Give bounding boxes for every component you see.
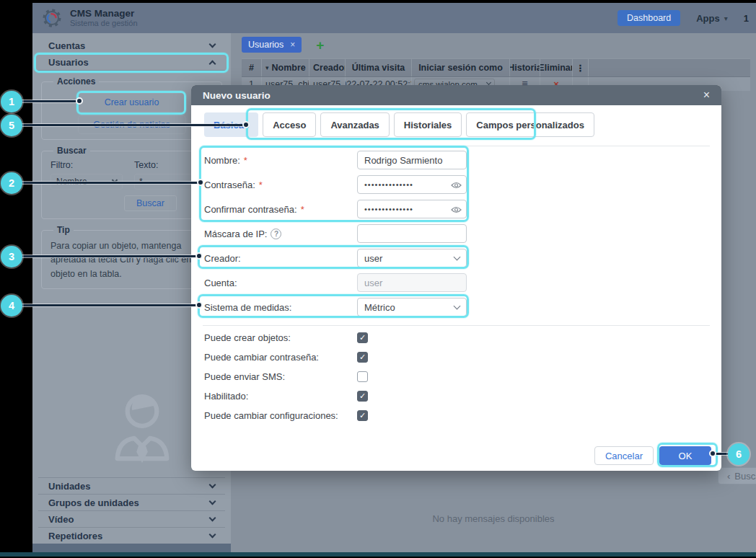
tab-campos-personalizados[interactable]: Campos personalizados	[466, 112, 594, 137]
column-filler	[589, 59, 750, 76]
column-options[interactable]: ⋮	[573, 59, 589, 76]
close-icon[interactable]: ×	[703, 89, 710, 101]
dashboard-button[interactable]: Dashboard	[617, 10, 680, 26]
sidebar-item-repetidores[interactable]: Repetidores	[38, 527, 225, 544]
chevron-down-icon	[209, 531, 216, 538]
chevron-down-icon	[209, 514, 216, 521]
step-badge-5: 5	[1, 115, 22, 136]
ok-button[interactable]: OK	[659, 446, 711, 465]
callout-dot-6	[709, 450, 716, 457]
usuarios-label: Usuarios	[48, 57, 89, 68]
tab-avanzadas[interactable]: Avanzadas	[320, 112, 389, 137]
dialog-header: Nuevo usuario ×	[191, 85, 721, 105]
unidades-label: Unidades	[48, 481, 91, 492]
callout-dot-4	[195, 301, 203, 309]
tab-strip: Usuarios × +	[242, 37, 324, 53]
nombre-field[interactable]	[357, 151, 467, 169]
checkbox-row-cambiar-contrasena: Puede cambiar contraseña: ✓	[204, 350, 708, 364]
buscar-toggle-label: Buscar	[734, 471, 756, 482]
column-ultima-visita[interactable]: Última visita	[346, 59, 412, 76]
dialog-body: Básicas Acceso Avanzadas Historiales Cam…	[191, 105, 721, 471]
field-row-sistema: Sistema de medidas: Métrico	[204, 298, 708, 316]
sidebar-item-cuentas[interactable]: Cuentas	[38, 37, 225, 54]
cuentas-label: Cuentas	[48, 40, 85, 51]
sidebar-item-video[interactable]: Vídeo	[38, 510, 225, 527]
creador-value: user	[364, 253, 382, 264]
chevron-left-icon: ‹	[727, 471, 730, 482]
repetidores-label: Repetidores	[48, 531, 102, 541]
chevron-down-icon	[454, 253, 461, 260]
bottom-bar	[0, 552, 756, 557]
cuenta-field	[357, 273, 467, 292]
buscar-legend: Buscar	[53, 146, 90, 156]
grupos-label: Grupos de unidades	[48, 497, 139, 508]
cms-logo-icon	[41, 7, 63, 29]
mascara-label: Máscara de IP:	[204, 229, 267, 239]
crear-usuario-button[interactable]: Crear usuario	[78, 93, 186, 112]
callout-line-1	[22, 100, 79, 102]
close-tab-icon[interactable]: ×	[290, 40, 295, 50]
sort-desc-icon: ▾	[265, 64, 269, 71]
column-nombre[interactable]: ▾ Nombre	[262, 59, 309, 76]
chevron-down-icon	[486, 80, 491, 85]
sistema-medidas-select[interactable]: Métrico	[357, 298, 467, 316]
check-icon: ✓	[359, 391, 366, 401]
tab-usuarios[interactable]: Usuarios ×	[242, 37, 302, 53]
confirmar-label: Confirmar contraseña:	[204, 204, 297, 215]
add-tab-icon[interactable]: +	[316, 38, 324, 52]
column-iniciar-sesion[interactable]: Iniciar sesión como	[412, 59, 510, 76]
sidebar-item-grupos[interactable]: Grupos de unidades	[38, 494, 225, 510]
callout-line-2	[22, 182, 201, 184]
eye-icon[interactable]	[451, 180, 462, 192]
creador-label: Creador:	[204, 253, 357, 264]
video-label: Vídeo	[48, 514, 74, 525]
field-row-confirmar: Confirmar contraseña:*	[204, 200, 708, 218]
mascara-ip-field[interactable]	[357, 224, 467, 243]
tab-historiales[interactable]: Historiales	[394, 112, 462, 137]
field-row-cuenta: Cuenta:	[204, 273, 708, 292]
dialog-footer: Cancelar OK	[594, 446, 711, 465]
buscar-button[interactable]: Buscar	[124, 195, 177, 211]
app-title: CMS Manager	[70, 8, 138, 19]
puede-crear-objetos-checkbox[interactable]: ✓	[357, 332, 368, 343]
sidebar-item-usuarios[interactable]: Usuarios	[38, 54, 225, 71]
tip-text: Para copiar un objeto, mantenga apretada…	[49, 238, 214, 281]
check-icon: ✓	[359, 353, 366, 362]
dialog-tabs: Básicas Acceso Avanzadas Historiales Cam…	[204, 112, 708, 137]
column-num[interactable]: #	[242, 59, 262, 76]
tab-acceso[interactable]: Acceso	[263, 112, 316, 137]
callout-dot-2	[197, 179, 204, 186]
apps-menu[interactable]: Apps ▾	[696, 13, 728, 24]
checkbox-row-cambiar-configuraciones: Puede cambiar configuraciones: ✓	[204, 408, 708, 422]
column-eliminar[interactable]: Eliminar	[540, 59, 573, 76]
field-row-creador: Creador: user	[204, 249, 708, 267]
required-asterisk: *	[244, 155, 247, 166]
cancel-button[interactable]: Cancelar	[594, 446, 654, 465]
chevron-down-icon	[454, 302, 461, 309]
sidebar-accordion-top: Cuentas Usuarios	[32, 33, 231, 71]
cuenta-label: Cuenta:	[204, 278, 357, 288]
column-creador[interactable]: Creador	[309, 59, 346, 76]
checkbox-row-enviar-sms: Puede enviar SMS: ✓	[204, 369, 708, 384]
tip-legend: Tip	[53, 225, 74, 235]
acciones-legend: Acciones	[53, 76, 99, 87]
puede-cambiar-configuraciones-checkbox[interactable]: ✓	[357, 410, 368, 421]
check-icon: ✓	[359, 372, 366, 381]
sidebar-bottom-strip	[32, 544, 231, 552]
column-historia[interactable]: Historia	[510, 59, 540, 76]
chevron-up-icon	[209, 60, 216, 67]
chevron-down-icon	[209, 497, 216, 505]
step-badge-3: 3	[1, 246, 22, 267]
eye-icon[interactable]	[451, 204, 462, 217]
sidebar-item-unidades[interactable]: Unidades	[38, 477, 225, 494]
puede-cambiar-contrasena-checkbox[interactable]: ✓	[357, 352, 368, 363]
filtro-label: Filtro:	[50, 160, 123, 170]
puede-enviar-sms-checkbox[interactable]: ✓	[357, 371, 368, 382]
help-icon[interactable]: ?	[271, 229, 281, 239]
habilitado-checkbox[interactable]: ✓	[357, 391, 368, 402]
creador-select[interactable]: user	[357, 249, 467, 267]
divider	[203, 325, 710, 326]
texto-label: Texto:	[134, 160, 196, 170]
new-user-dialog: Nuevo usuario × Básicas Acceso Avanzadas…	[191, 85, 721, 471]
buscar-panel-toggle[interactable]: ‹ Buscar	[718, 467, 756, 484]
